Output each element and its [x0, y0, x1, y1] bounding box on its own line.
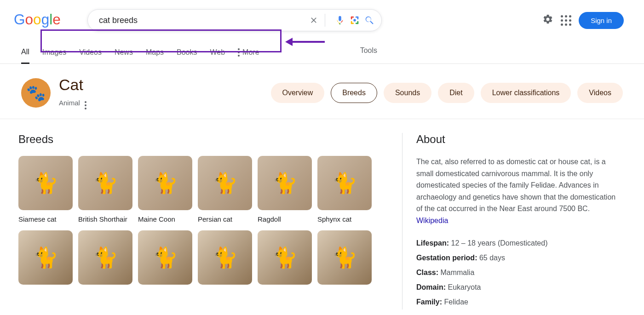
fact-key: Domain:	[416, 283, 446, 291]
fact-value: Eukaryota	[448, 283, 481, 291]
chip-videos[interactable]: Videos	[577, 83, 623, 103]
breed-card[interactable]: 🐈	[138, 230, 192, 289]
tab-books[interactable]: Books	[177, 45, 197, 63]
breed-thumb: 🐈	[198, 156, 252, 210]
google-logo[interactable]: Google	[14, 11, 69, 29]
chip-overview[interactable]: Overview	[271, 83, 325, 103]
fact-key: Class:	[416, 269, 438, 276]
annotation-arrow	[285, 38, 325, 46]
more-dots-icon	[238, 48, 240, 57]
fact-row: Class: Mammalia	[416, 265, 623, 280]
fact-row: Domain: Eukaryota	[416, 280, 623, 295]
tab-videos[interactable]: Videos	[79, 45, 102, 63]
signin-button[interactable]: Sign in	[579, 12, 624, 29]
fact-value: 65 days	[479, 254, 505, 262]
search-box[interactable]	[87, 9, 382, 31]
tab-all[interactable]: All	[21, 44, 29, 64]
breed-thumb: 🐈	[18, 156, 73, 210]
breed-label: Sphynx cat	[317, 215, 372, 224]
breed-label: Ragdoll	[258, 215, 312, 224]
fact-value: Felidae	[444, 298, 468, 306]
divider	[325, 14, 325, 27]
chip-sounds[interactable]: Sounds	[384, 83, 431, 103]
breed-thumb: 🐈	[18, 230, 73, 285]
breed-label: Maine Coon	[138, 215, 192, 224]
fact-key: Gestation period:	[416, 254, 477, 262]
breed-thumb: 🐈	[78, 156, 132, 210]
fact-value: 12 – 18 years (Domesticated)	[451, 239, 548, 247]
entity-avatar: 🐾	[21, 78, 51, 108]
breed-card[interactable]: 🐈Persian cat	[198, 156, 252, 224]
about-text: The cat, also referred to as domestic ca…	[416, 156, 623, 227]
breed-card[interactable]: 🐈	[258, 230, 312, 289]
tab-maps[interactable]: Maps	[146, 45, 164, 63]
fact-key: Family:	[416, 298, 442, 306]
breed-thumb: 🐈	[258, 156, 312, 210]
breed-card[interactable]: 🐈	[18, 230, 73, 289]
about-heading: About	[416, 133, 623, 146]
fact-value: Mammalia	[440, 269, 474, 276]
breed-card[interactable]: 🐈Siamese cat	[18, 156, 73, 224]
mic-icon[interactable]	[334, 15, 345, 26]
tab-web[interactable]: Web	[210, 45, 225, 63]
svg-point-9	[353, 19, 356, 22]
tab-more-label: More	[242, 48, 259, 57]
entity-menu-icon[interactable]	[85, 96, 86, 109]
svg-rect-6	[351, 21, 352, 24]
breed-card[interactable]: 🐈	[317, 230, 372, 289]
apps-icon[interactable]	[561, 15, 571, 26]
search-input[interactable]	[98, 15, 308, 26]
breed-card[interactable]: 🐈Ragdoll	[258, 156, 312, 224]
tools-button[interactable]: Tools	[360, 46, 377, 61]
about-body: The cat, also referred to as domestic ca…	[416, 158, 615, 212]
breed-thumb: 🐈	[258, 230, 312, 285]
tab-news[interactable]: News	[115, 45, 133, 63]
about-source-link[interactable]: Wikipedia	[416, 217, 448, 224]
breeds-grid: 🐈Siamese cat 🐈British Shorthair 🐈Maine C…	[18, 156, 393, 289]
clear-icon[interactable]	[308, 15, 319, 26]
svg-rect-2	[351, 17, 352, 19]
svg-rect-8	[357, 21, 359, 24]
breed-label: Siamese cat	[18, 215, 73, 224]
chip-diet[interactable]: Diet	[438, 83, 474, 103]
breeds-heading: Breeds	[18, 133, 393, 146]
breed-thumb: 🐈	[317, 156, 372, 210]
fact-row: Lifespan: 12 – 18 years (Domesticated)	[416, 236, 623, 251]
breed-card[interactable]: 🐈Maine Coon	[138, 156, 192, 224]
tab-images[interactable]: Images	[42, 45, 66, 63]
fact-row: Family: Felidae	[416, 295, 623, 309]
breed-label: Persian cat	[198, 215, 252, 224]
lens-icon[interactable]	[349, 15, 360, 26]
breed-thumb: 🐈	[198, 230, 252, 285]
search-icon[interactable]	[364, 15, 375, 26]
breed-thumb: 🐈	[78, 230, 132, 285]
settings-icon[interactable]	[542, 14, 553, 27]
breed-card[interactable]: 🐈	[198, 230, 252, 289]
breed-card[interactable]: 🐈British Shorthair	[78, 156, 132, 224]
entity-subtitle: Animal	[59, 99, 80, 107]
fact-key: Lifespan:	[416, 239, 449, 247]
svg-rect-4	[357, 17, 359, 19]
chip-lower[interactable]: Lower classifications	[481, 83, 571, 103]
fact-row: Gestation period: 65 days	[416, 251, 623, 265]
breed-label: British Shorthair	[78, 215, 132, 224]
entity-title: Cat	[59, 76, 86, 94]
breed-card[interactable]: 🐈Sphynx cat	[317, 156, 372, 224]
chip-breeds[interactable]: Breeds	[331, 83, 377, 103]
breed-thumb: 🐈	[317, 230, 372, 285]
breed-card[interactable]: 🐈	[78, 230, 132, 289]
tab-more[interactable]: More	[238, 45, 259, 63]
breed-thumb: 🐈	[138, 156, 192, 210]
svg-text:Google: Google	[14, 11, 61, 28]
breed-thumb: 🐈	[138, 230, 192, 285]
